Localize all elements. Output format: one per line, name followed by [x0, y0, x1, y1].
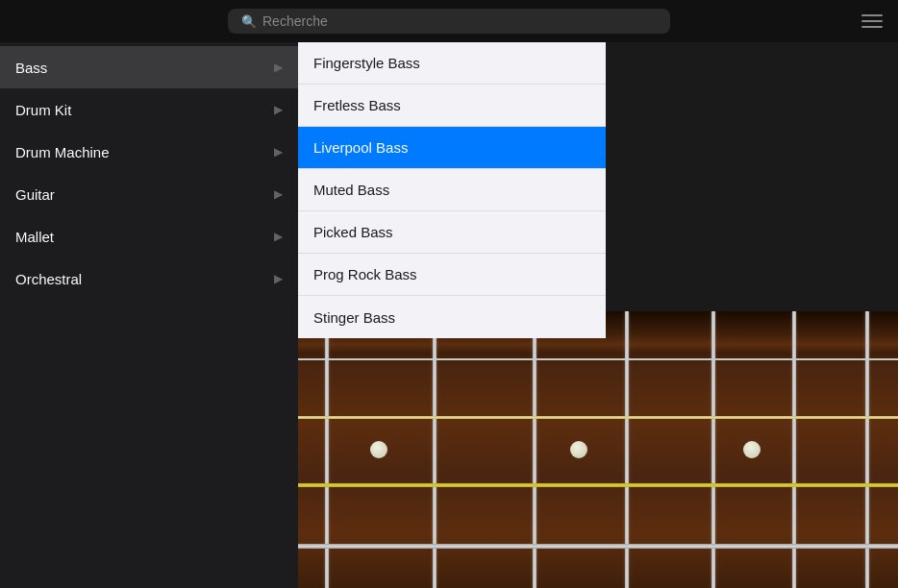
chevron-right-icon-drum-machine: ▶: [274, 145, 283, 159]
sidebar-item-drum-machine[interactable]: Drum Machine ▶: [0, 131, 298, 173]
sidebar-item-label-bass: Bass: [15, 60, 47, 76]
chevron-right-icon-drum-kit: ▶: [274, 103, 283, 116]
dropdown-panel: Fingerstyle Bass Fretless Bass Liverpool…: [298, 42, 606, 338]
fret-dot-1: [370, 441, 387, 458]
svg-rect-1: [861, 20, 883, 22]
dropdown-item-liverpool-bass[interactable]: Liverpool Bass: [298, 127, 606, 169]
sidebar: Bass ▶ Drum Kit ▶ Drum Machine ▶ Guitar …: [0, 42, 298, 588]
dropdown-item-stinger-bass[interactable]: Stinger Bass: [298, 296, 606, 338]
main-area: Bass ▶ Drum Kit ▶ Drum Machine ▶ Guitar …: [0, 42, 898, 588]
dropdown-item-fretless-bass[interactable]: Fretless Bass: [298, 85, 606, 127]
dropdown-item-prog-rock-bass[interactable]: Prog Rock Bass: [298, 254, 606, 296]
search-box[interactable]: 🔍 Recherche: [228, 9, 670, 34]
dropdown-item-label-prog-rock-bass: Prog Rock Bass: [313, 266, 417, 282]
dropdown-item-label-muted-bass: Muted Bass: [313, 182, 389, 198]
fret-dot-3: [743, 441, 761, 458]
sidebar-item-label-orchestral: Orchestral: [15, 271, 82, 287]
svg-rect-2: [861, 26, 883, 28]
sidebar-item-label-mallet: Mallet: [15, 229, 54, 245]
dropdown-item-label-stinger-bass: Stinger Bass: [313, 309, 395, 326]
chevron-right-icon-guitar: ▶: [274, 187, 283, 201]
sidebar-item-label-drum-kit: Drum Kit: [15, 102, 71, 118]
sidebar-item-mallet[interactable]: Mallet ▶: [0, 215, 298, 257]
chevron-right-icon-mallet: ▶: [274, 230, 283, 243]
sidebar-item-guitar[interactable]: Guitar ▶: [0, 173, 298, 215]
sidebar-item-label-guitar: Guitar: [15, 186, 55, 203]
chevron-right-icon-orchestral: ▶: [274, 272, 283, 285]
top-bar: 🔍 Recherche: [0, 0, 898, 42]
sidebar-item-bass[interactable]: Bass ▶: [0, 46, 298, 88]
menu-icon[interactable]: [861, 14, 883, 28]
search-icon: 🔍: [241, 14, 257, 29]
dropdown-item-picked-bass[interactable]: Picked Bass: [298, 211, 606, 254]
dropdown-item-muted-bass[interactable]: Muted Bass: [298, 169, 606, 211]
dropdown-item-label-picked-bass: Picked Bass: [313, 224, 393, 240]
search-placeholder: Recherche: [262, 13, 328, 29]
dropdown-item-fingerstyle-bass[interactable]: Fingerstyle Bass: [298, 42, 606, 85]
sidebar-item-orchestral[interactable]: Orchestral ▶: [0, 257, 298, 300]
sidebar-item-label-drum-machine: Drum Machine: [15, 144, 110, 160]
dropdown-item-label-fingerstyle-bass: Fingerstyle Bass: [313, 55, 420, 71]
dropdown-item-label-liverpool-bass: Liverpool Bass: [313, 139, 408, 156]
svg-rect-0: [861, 14, 883, 16]
dropdown-item-label-fretless-bass: Fretless Bass: [313, 97, 401, 113]
sidebar-item-drum-kit[interactable]: Drum Kit ▶: [0, 88, 298, 131]
fret-dot-2: [570, 441, 587, 458]
chevron-right-icon-bass: ▶: [274, 61, 283, 74]
